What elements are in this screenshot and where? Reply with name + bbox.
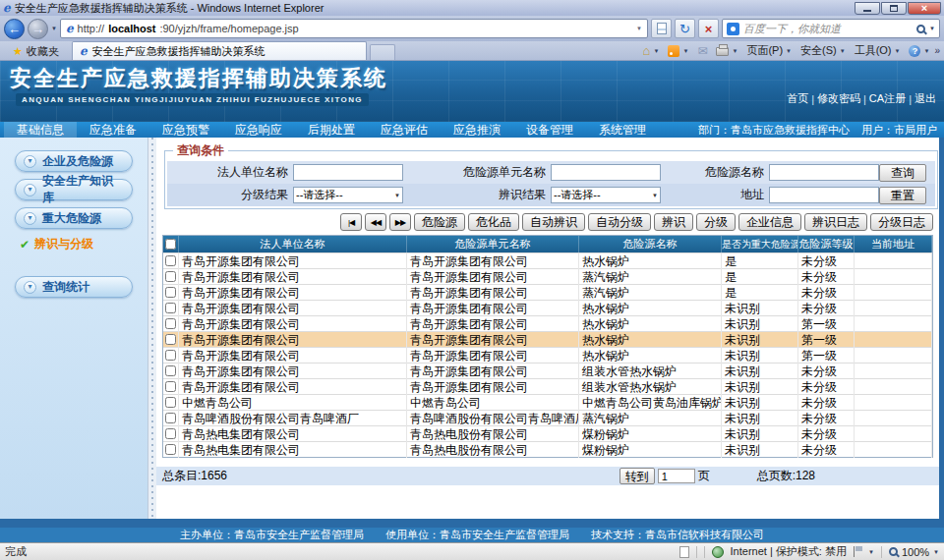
search-box[interactable]: 百度一下，你就知道 ▼ — [722, 19, 940, 38]
chevron-down-icon[interactable]: ▼ — [868, 549, 874, 555]
row-checkbox[interactable] — [165, 428, 176, 439]
table-cell: 组装水管热水锅炉 — [579, 379, 722, 395]
home-button[interactable]: ⌂▼ — [639, 42, 664, 60]
nav-item-3[interactable]: 应急响应 — [222, 122, 295, 138]
hazard-source-button[interactable]: 危险源 — [414, 213, 465, 231]
feeds-button[interactable]: ▼ — [664, 42, 692, 60]
identify-log-button[interactable]: 辨识日志 — [804, 213, 867, 231]
frame-splitter[interactable] — [148, 138, 156, 519]
browser-tab[interactable]: e 安全生产应急救援指挥辅助决策系统 — [72, 41, 367, 60]
header-link-0[interactable]: 首页 — [787, 91, 808, 106]
row-checkbox[interactable] — [165, 303, 176, 313]
row-checkbox[interactable] — [165, 444, 176, 455]
sidebar-item-2[interactable]: ▾重大危险源 — [15, 207, 133, 229]
identify-button[interactable]: 辨识 — [654, 213, 693, 231]
nav-item-7[interactable]: 设备管理 — [513, 122, 586, 138]
select-all-checkbox[interactable] — [165, 239, 176, 250]
url-dropdown-icon[interactable]: ▼ — [636, 26, 642, 31]
row-checkbox[interactable] — [165, 255, 176, 266]
history-dropdown-icon[interactable]: ▼ — [51, 26, 57, 31]
first-page-button[interactable]: |◀ — [340, 213, 362, 231]
grade-result-select[interactable]: --请选择--▼ — [293, 187, 403, 203]
row-checkbox[interactable] — [165, 271, 176, 282]
security-menu[interactable]: 安全(S)▼ — [796, 42, 850, 60]
row-checkbox[interactable] — [165, 397, 176, 408]
print-button[interactable]: ▼ — [712, 42, 741, 60]
nav-item-0[interactable]: 基础信息 — [4, 122, 77, 138]
row-checkbox[interactable] — [165, 350, 176, 361]
compatibility-view-button[interactable] — [651, 19, 672, 38]
hazard-unit-name-input[interactable] — [551, 164, 661, 181]
nav-item-4[interactable]: 后期处置 — [295, 122, 368, 138]
mail-button[interactable]: ✉ — [693, 42, 711, 60]
table-row[interactable]: 青岛热电集团有限公司青岛热电股份有限公司煤粉锅炉未识别未分级 — [163, 425, 932, 441]
tools-menu[interactable]: 工具(O)▼ — [851, 42, 905, 60]
table-row[interactable]: 青岛开源集团有限公司青岛开源集团有限公司蒸汽锅炉是未分级 — [163, 284, 932, 300]
hazard-chemical-button[interactable]: 危化品 — [468, 213, 519, 231]
row-checkbox[interactable] — [165, 287, 176, 298]
flag-icon[interactable] — [854, 546, 861, 557]
grade-log-button[interactable]: 分级日志 — [870, 213, 933, 231]
enterprise-info-button[interactable]: 企业信息 — [738, 213, 801, 231]
zoom-control[interactable]: 100% ▼ — [889, 546, 939, 558]
corp-name-input[interactable] — [293, 164, 403, 181]
sidebar-item-1[interactable]: ▾安全生产知识库 — [15, 179, 133, 200]
address-input[interactable] — [769, 187, 879, 203]
table-row[interactable]: 青岛开源集团有限公司青岛开源集团有限公司热水锅炉未识别第一级 — [163, 347, 932, 363]
page-menu[interactable]: 页面(P)▼ — [742, 42, 796, 60]
close-button[interactable]: × — [908, 2, 941, 15]
table-row[interactable]: 青岛开源集团有限公司青岛开源集团有限公司热水锅炉是未分级 — [163, 252, 932, 268]
row-checkbox[interactable] — [165, 318, 176, 329]
back-button[interactable]: ← — [4, 19, 25, 39]
row-checkbox[interactable] — [165, 381, 176, 392]
refresh-button[interactable]: ↻ — [675, 19, 695, 38]
overflow-icon[interactable]: » — [934, 45, 940, 56]
chevron-down-icon: ▼ — [652, 193, 658, 198]
search-dropdown-icon[interactable]: ▼ — [929, 26, 935, 31]
table-row[interactable]: 中燃青岛公司中燃青岛公司中燃青岛公司黄岛油库锅炉未识别未分级 — [163, 394, 932, 410]
title-bar: e 安全生产应急救援指挥辅助决策系统 - Windows Internet Ex… — [0, 0, 944, 16]
grade-button[interactable]: 分级 — [696, 213, 736, 231]
sidebar-active-item[interactable]: ✔辨识与分级 — [20, 236, 148, 252]
search-button[interactable]: 查询 — [879, 164, 926, 182]
row-checkbox[interactable] — [165, 334, 176, 345]
hazard-name-input[interactable] — [769, 164, 879, 181]
next-page-button[interactable]: ▶▶ — [389, 213, 411, 231]
header-link-2[interactable]: CA注册 — [869, 91, 906, 106]
url-field[interactable]: e http://localhost:90/yjzh/frame/homepag… — [60, 19, 648, 38]
reset-button[interactable]: 重置 — [879, 187, 926, 204]
sidebar-item-0[interactable]: ▾企业及危险源 — [15, 150, 133, 172]
header-link-3[interactable]: 退出 — [914, 91, 936, 106]
table-row[interactable]: 青岛开源集团有限公司青岛开源集团有限公司热水锅炉未识别第一级 — [163, 315, 932, 331]
table-row[interactable]: 青岛开源集团有限公司青岛开源集团有限公司热水锅炉未识别第一级 — [163, 331, 932, 347]
stop-button[interactable]: × — [698, 19, 719, 38]
table-row[interactable]: 青岛开源集团有限公司青岛开源集团有限公司蒸汽锅炉是未分级 — [163, 268, 932, 284]
table-row[interactable]: 青岛开源集团有限公司青岛开源集团有限公司组装水管热水锅炉未识别未分级 — [163, 363, 932, 378]
nav-item-6[interactable]: 应急推演 — [441, 122, 513, 138]
page-number-input[interactable] — [658, 469, 695, 483]
nav-item-1[interactable]: 应急准备 — [77, 122, 149, 138]
table-row[interactable]: 青岛啤酒股份有限公司青岛啤酒厂青岛啤酒股份有限公司青岛啤酒厂蒸汽锅炉未识别未分级 — [163, 410, 932, 425]
goto-page-button[interactable]: 转到 — [620, 468, 655, 484]
nav-item-2[interactable]: 应急预警 — [149, 122, 222, 138]
table-row[interactable]: 青岛开源集团有限公司青岛开源集团有限公司组装水管热水锅炉未识别未分级 — [163, 378, 932, 394]
forward-button[interactable]: → — [28, 19, 48, 39]
minimize-button[interactable] — [855, 2, 880, 15]
table-row[interactable]: 青岛开源集团有限公司青岛开源集团有限公司热水锅炉未识别未分级 — [163, 300, 932, 315]
row-checkbox[interactable] — [165, 413, 176, 423]
nav-item-5[interactable]: 应急评估 — [368, 122, 441, 138]
search-icon[interactable] — [916, 25, 925, 33]
auto-grade-button[interactable]: 自动分级 — [588, 213, 651, 231]
row-checkbox[interactable] — [165, 365, 176, 376]
nav-item-8[interactable]: 系统管理 — [586, 122, 659, 138]
sidebar-item-4[interactable]: ▾查询统计 — [15, 276, 133, 298]
maximize-button[interactable] — [881, 2, 907, 15]
prev-page-button[interactable]: ◀◀ — [365, 213, 386, 231]
new-tab-button[interactable] — [370, 44, 395, 60]
auto-identify-button[interactable]: 自动辨识 — [522, 213, 585, 231]
table-row[interactable]: 青岛热电集团有限公司青岛热电股份有限公司煤粉锅炉未识别未分级 — [163, 441, 932, 457]
help-menu[interactable]: ?▼ — [905, 42, 933, 60]
favorites-button[interactable]: ★ 收藏夹 — [4, 42, 68, 60]
header-link-1[interactable]: 修改密码 — [817, 91, 860, 106]
identify-result-select[interactable]: --请选择--▼ — [551, 187, 661, 203]
